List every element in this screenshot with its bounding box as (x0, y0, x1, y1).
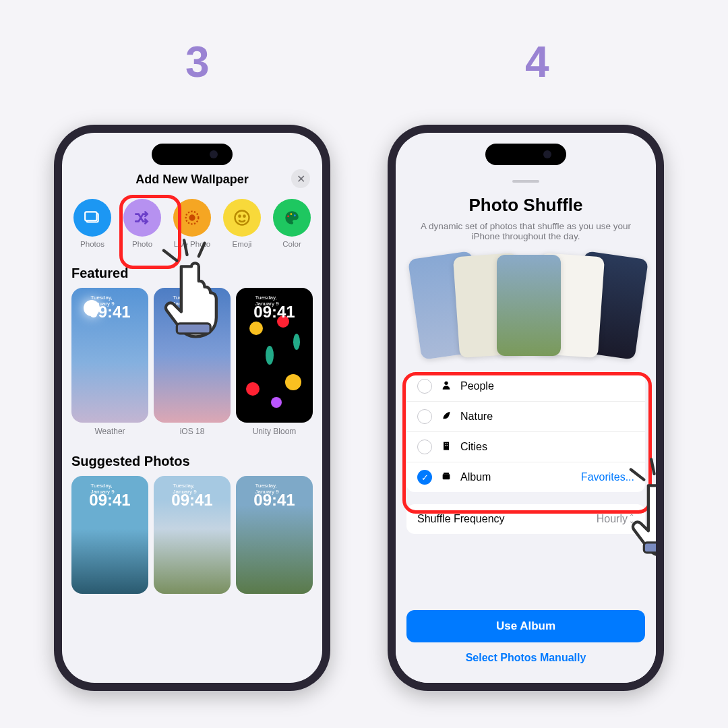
thumb-time: 09:41 (171, 491, 212, 510)
leaf-icon (440, 410, 452, 423)
live-photo-icon (173, 199, 211, 237)
category-label: Emoji (233, 240, 252, 248)
wallpaper-preview-fan (396, 249, 656, 361)
category-label: Photo (132, 240, 152, 248)
svg-rect-28 (444, 473, 449, 474)
thumb-time: 09:41 (171, 303, 212, 322)
thumb-time: 09:41 (89, 491, 130, 510)
suggested-photo-3[interactable]: Tuesday, January 9 09:41 (236, 476, 313, 594)
step-number-3: 3 (185, 37, 210, 87)
option-nature[interactable]: Nature (406, 402, 645, 432)
thumb-label: Weather (94, 427, 125, 436)
wallpaper-ios18[interactable]: Tuesday, January 9 09:41 iOS 18 (154, 288, 231, 436)
svg-rect-25 (445, 445, 446, 446)
svg-point-16 (271, 397, 282, 408)
category-color[interactable]: Color (271, 199, 313, 248)
thumb-time: 09:41 (89, 303, 130, 322)
page-title: Add New Wallpaper (135, 173, 248, 187)
section-title: Featured (71, 266, 313, 281)
svg-rect-26 (447, 445, 448, 446)
section-title: Suggested Photos (71, 454, 313, 469)
radio-unchecked (417, 379, 432, 394)
suggested-photo-1[interactable]: Tuesday, January 9 09:41 (71, 476, 148, 594)
category-label: Photos (80, 240, 104, 248)
svg-point-14 (266, 346, 274, 365)
frequency-value: Hourly (597, 513, 628, 525)
wallpaper-weather[interactable]: Tuesday, January 9 09:41 Weather (71, 288, 148, 436)
category-photo-shuffle[interactable]: Photo (121, 199, 163, 248)
category-photos[interactable]: Photos (71, 199, 113, 248)
thumb-time: 09:41 (253, 303, 295, 322)
category-live-photo[interactable]: Live Photo (171, 199, 213, 248)
shuffle-frequency-row[interactable]: Shuffle Frequency Hourly ⌃⌄ (406, 504, 645, 534)
option-label: Cities (460, 441, 634, 453)
step-number-4: 4 (525, 37, 549, 87)
svg-rect-22 (444, 442, 449, 450)
building-icon (440, 440, 452, 454)
svg-point-7 (287, 215, 289, 217)
sheet-title: Photo Shuffle (396, 195, 656, 216)
frequency-label: Shuffle Frequency (417, 513, 505, 525)
person-icon (440, 380, 452, 393)
emoji-icon (223, 199, 261, 237)
sheet-subtitle: A dynamic set of photos that shuffle as … (408, 221, 644, 241)
thumb-label: Unity Bloom (253, 427, 297, 436)
select-manually-button[interactable]: Select Photos Manually (406, 642, 645, 673)
close-button[interactable]: ✕ (291, 169, 310, 188)
svg-point-21 (444, 382, 448, 385)
dynamic-island (485, 144, 566, 165)
svg-point-4 (235, 211, 249, 225)
svg-rect-27 (443, 474, 450, 479)
dynamic-island (152, 144, 233, 165)
sheet-grabber[interactable] (512, 180, 539, 183)
svg-point-5 (239, 216, 240, 217)
option-people[interactable]: People (406, 371, 645, 402)
svg-point-9 (294, 214, 296, 216)
svg-point-10 (249, 322, 263, 335)
category-label: Live Photo (174, 240, 210, 248)
category-emoji[interactable]: Emoji (221, 199, 263, 248)
svg-point-6 (243, 216, 245, 217)
radio-checked: ✓ (417, 470, 432, 485)
thumb-label: iOS 18 (180, 427, 205, 436)
shuffle-icon (123, 199, 161, 237)
album-icon (440, 471, 452, 484)
svg-point-3 (190, 216, 195, 220)
use-album-button[interactable]: Use Album (406, 610, 645, 642)
photo-shuffle-sheet: Photo Shuffle A dynamic set of photos th… (396, 168, 656, 683)
radio-unchecked (417, 409, 432, 424)
phone-frame-left: Add New Wallpaper ✕ Photos Photo (54, 125, 330, 691)
svg-point-15 (293, 334, 300, 350)
option-value[interactable]: Favorites... (581, 471, 634, 483)
suggested-photo-2[interactable]: Tuesday, January 9 09:41 (154, 476, 231, 594)
svg-point-8 (291, 213, 293, 215)
svg-rect-24 (447, 444, 448, 444)
option-label: People (460, 380, 634, 392)
svg-rect-1 (85, 212, 96, 220)
suggested-section: Suggested Photos Tuesday, January 9 09:4… (62, 454, 322, 594)
svg-point-11 (285, 374, 301, 390)
option-album[interactable]: ✓ Album Favorites... (406, 462, 645, 492)
svg-line-17 (164, 250, 177, 260)
option-label: Nature (460, 411, 634, 423)
shuffle-options-list: People Nature Cities ✓ (406, 371, 645, 492)
photos-icon (73, 199, 111, 237)
thumb-time: 09:41 (253, 491, 295, 510)
phone-frame-right: Photo Shuffle A dynamic set of photos th… (388, 125, 664, 691)
wallpaper-unity-bloom[interactable]: Tuesday, January 9 09:41 Unity Bloom (236, 288, 313, 436)
category-row: Photos Photo Live Photo Emoji (62, 199, 322, 248)
chevron-updown-icon: ⌃⌄ (629, 515, 634, 523)
svg-point-13 (246, 382, 260, 396)
palette-icon (273, 199, 311, 237)
featured-section: Featured Tuesday, January 9 09:41 Weathe… (62, 266, 322, 436)
option-cities[interactable]: Cities (406, 432, 645, 462)
svg-rect-23 (445, 444, 446, 444)
radio-unchecked (417, 439, 432, 454)
option-label: Album (460, 471, 573, 483)
close-icon: ✕ (297, 173, 305, 185)
category-label: Color (282, 240, 301, 248)
